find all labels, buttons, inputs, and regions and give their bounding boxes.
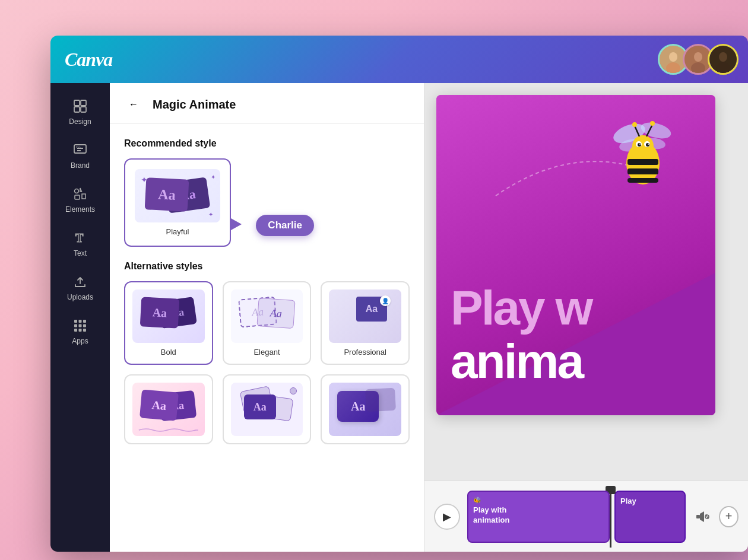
canva-logo: Canva [65, 49, 112, 71]
sidebar-item-text[interactable]: T Text [50, 222, 110, 266]
svg-rect-34 [627, 159, 658, 165]
professional-label: Professional [344, 348, 386, 357]
style6-card-image: Aa [329, 383, 401, 436]
style4-card[interactable]: Aa Aa [124, 374, 213, 444]
elegant-card-image: Aa Aa [231, 289, 303, 343]
svg-rect-26 [74, 329, 77, 332]
svg-rect-18 [75, 195, 80, 199]
svg-point-7 [719, 52, 727, 62]
uploads-icon [72, 274, 88, 289]
playful-card[interactable]: Aa Aa ✦ ✦ ✦ Playful [124, 158, 231, 247]
svg-point-40 [638, 143, 641, 147]
app-window: Canva [50, 36, 748, 552]
bold-style-card[interactable]: Aa Aa Bold [124, 281, 213, 365]
play-icon: ▶ [443, 510, 451, 523]
svg-point-47 [650, 121, 655, 126]
sidebar-item-brand-label: Brand [71, 161, 90, 170]
professional-card-image: Aa 👤 [329, 289, 401, 343]
play-button[interactable]: ▶ [434, 504, 460, 530]
svg-rect-20 [74, 320, 77, 323]
svg-point-37 [632, 135, 654, 157]
svg-rect-36 [627, 178, 658, 183]
main-area: Design Co. Brand [50, 83, 748, 552]
brand-icon: Co. [72, 142, 88, 158]
thumb1-bee: 🐝 [473, 497, 604, 504]
charlie-tooltip: Charlie [256, 215, 314, 236]
sidebar-item-elements[interactable]: Elements [50, 178, 110, 222]
avatar-3[interactable] [708, 44, 739, 75]
svg-rect-12 [81, 107, 86, 112]
svg-point-46 [632, 122, 637, 127]
add-button[interactable]: + [719, 506, 739, 527]
svg-rect-25 [83, 324, 86, 327]
svg-point-43 [648, 144, 649, 145]
add-icon: + [725, 510, 733, 523]
svg-rect-9 [74, 100, 80, 106]
svg-rect-21 [79, 320, 82, 323]
bold-label: Bold [161, 348, 176, 357]
svg-rect-35 [627, 168, 658, 174]
svg-rect-23 [74, 324, 77, 327]
timeline-track: 🐝 Play with animation Play [467, 491, 686, 543]
svg-rect-48 [696, 515, 700, 518]
svg-point-42 [639, 144, 641, 145]
style5-card[interactable]: Aa [223, 374, 312, 444]
elegant-style-card[interactable]: Aa Aa Elegant [223, 281, 312, 365]
thumb1-text1: Play with [473, 505, 604, 514]
recommended-section-title: Recommended style [124, 138, 410, 149]
recommended-section: Recommended style Aa Aa [110, 124, 424, 454]
mute-button[interactable] [693, 506, 712, 527]
svg-rect-24 [79, 324, 82, 327]
sidebar-item-text-label: Text [74, 249, 87, 257]
sidebar-item-brand[interactable]: Co. Brand [50, 134, 110, 178]
sidebar-item-uploads-label: Uploads [67, 293, 93, 301]
style4-card-image: Aa Aa [132, 383, 205, 436]
thumb1-text2: animation [473, 516, 604, 524]
bold-card-image: Aa Aa [132, 289, 205, 343]
svg-point-4 [694, 52, 702, 62]
sidebar-item-apps-label: Apps [72, 337, 88, 345]
timeline-thumb-1[interactable]: 🐝 Play with animation [467, 491, 610, 543]
style6-card[interactable]: Aa [321, 374, 410, 444]
svg-point-17 [75, 189, 79, 193]
bee-illustration [597, 113, 692, 208]
playful-card-image: Aa Aa ✦ ✦ ✦ [135, 169, 220, 222]
svg-text:Co.: Co. [76, 145, 82, 149]
professional-style-card[interactable]: Aa 👤 Professional [321, 281, 410, 365]
svg-rect-28 [83, 329, 86, 332]
playful-label: Playful [166, 227, 189, 236]
svg-point-41 [646, 143, 649, 147]
timeline-indicator [610, 486, 611, 548]
design-slide: Play w anima [436, 95, 715, 415]
charlie-arrow [231, 218, 242, 230]
thumb2-text: Play [620, 497, 636, 505]
style5-card-image: Aa [231, 383, 303, 436]
recommended-style-wrapper: Aa Aa ✦ ✦ ✦ Playful [124, 158, 231, 247]
alternative-section-title: Alternative styles [124, 261, 410, 272]
timeline-thumb-2[interactable]: Play [614, 491, 686, 543]
svg-rect-27 [79, 329, 82, 332]
canvas-area: Play w anima ▶ 🐝 [424, 83, 748, 552]
more-styles-grid: Aa Aa [124, 374, 410, 444]
panel-title: Magic Animate [153, 98, 236, 112]
sidebar-item-design-label: Design [69, 117, 91, 126]
slide-text-anima: anima [451, 337, 582, 386]
sidebar-item-apps[interactable]: Apps [50, 310, 110, 354]
sidebar: Design Co. Brand [50, 83, 110, 552]
back-button[interactable]: ← [124, 95, 143, 114]
design-icon [72, 98, 88, 114]
text-icon: T [72, 230, 88, 246]
svg-text:T: T [75, 231, 84, 244]
alt-styles-grid: Aa Aa Bold Aa [124, 281, 410, 365]
panel: ← Magic Animate Recommended style Aa [110, 83, 424, 552]
svg-rect-22 [83, 320, 86, 323]
header: Canva [50, 36, 748, 83]
sidebar-item-uploads[interactable]: Uploads [50, 266, 110, 310]
sidebar-item-design[interactable]: Design [50, 90, 110, 134]
svg-point-1 [669, 52, 677, 62]
canvas-content: Play w anima [424, 83, 748, 481]
timeline-bar: ▶ 🐝 Play with animation [424, 481, 748, 552]
slide-text-play: Play w [451, 284, 591, 332]
elements-icon [72, 186, 88, 202]
svg-rect-11 [74, 107, 80, 112]
